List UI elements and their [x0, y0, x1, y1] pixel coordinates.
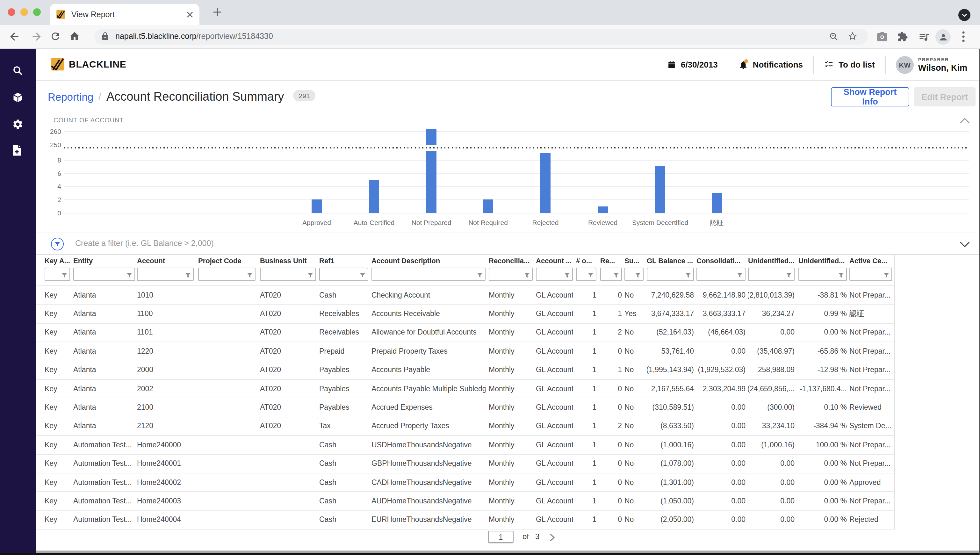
- table-row[interactable]: KeyAutomation Test...Home240004CashEURHo…: [36, 510, 894, 530]
- table-row[interactable]: KeyAtlanta2100AT020PayablesAccrued Expen…: [36, 398, 894, 417]
- table-row[interactable]: KeyAtlanta1010AT020CashChecking AccountM…: [36, 286, 894, 305]
- browser-menu-dots-icon[interactable]: [962, 31, 965, 42]
- column-header-5: Business Unit: [260, 257, 307, 265]
- browser-tab[interactable]: View Report: [50, 4, 199, 25]
- sidebar-search-icon[interactable]: [12, 65, 24, 77]
- cell: (1,000.16): [647, 435, 694, 454]
- y-axis-tick: 6: [36, 169, 61, 177]
- blackline-logo[interactable]: BLACKLINE: [51, 57, 127, 71]
- cell: 0: [600, 510, 622, 529]
- bookmark-star-icon[interactable]: [847, 31, 858, 42]
- column-filter-input[interactable]: [647, 268, 694, 281]
- horizontal-scrollbar[interactable]: [36, 550, 980, 553]
- column-filter-input[interactable]: [45, 268, 70, 281]
- column-filter-input[interactable]: [73, 268, 135, 281]
- cell: 36,234.27: [748, 304, 795, 323]
- table-row[interactable]: KeyAutomation Test...Home240003CashAUDHo…: [36, 492, 894, 511]
- table-row[interactable]: KeyAtlanta2120AT020TaxAccrued Property T…: [36, 417, 894, 436]
- next-page-chevron-icon[interactable]: [549, 533, 555, 542]
- todo-list-button[interactable]: To do list: [824, 60, 875, 69]
- column-filter-input[interactable]: [319, 268, 368, 281]
- column-filter-input[interactable]: [536, 268, 573, 281]
- sidebar-settings-gear-icon[interactable]: [12, 119, 24, 130]
- cell: Automation Test...: [73, 435, 135, 454]
- column-filter-input[interactable]: [137, 268, 194, 281]
- extensions-puzzle-icon[interactable]: [897, 31, 908, 42]
- column-filter-input[interactable]: [372, 268, 486, 281]
- cell: Receivables: [319, 323, 368, 342]
- tab-close-icon[interactable]: [187, 11, 193, 18]
- cell: No: [624, 454, 643, 473]
- table-row[interactable]: KeyAutomation Test...Home240000CashUSDHo…: [36, 435, 894, 455]
- table-row[interactable]: KeyAtlanta1101AT020ReceivablesAllowance …: [36, 323, 894, 343]
- user-menu[interactable]: KW PREPARER Wilson, Kim: [896, 56, 967, 74]
- column-filter-input[interactable]: [260, 268, 316, 281]
- traffic-light-zoom[interactable]: [33, 8, 41, 16]
- cell: Monthly: [489, 454, 533, 473]
- cell: Key: [45, 417, 70, 436]
- notifications-button[interactable]: Notifications: [739, 59, 803, 70]
- cell: Atlanta: [73, 342, 135, 360]
- show-report-info-button[interactable]: Show Report Info: [831, 87, 909, 106]
- cell: 0: [600, 342, 622, 360]
- column-filter-input[interactable]: [748, 268, 795, 281]
- playlist-icon[interactable]: [918, 31, 930, 43]
- cell: 0.00: [748, 323, 795, 342]
- column-filter-input[interactable]: [624, 268, 643, 281]
- page-number-input[interactable]: [488, 531, 513, 543]
- table-row[interactable]: KeyAtlanta1220AT020PrepaidPrepaid Proper…: [36, 342, 894, 361]
- home-icon[interactable]: [69, 30, 80, 42]
- tab-title: View Report: [71, 10, 187, 19]
- cell: Key: [45, 398, 70, 417]
- back-icon[interactable]: [8, 30, 20, 43]
- cell: Atlanta: [73, 379, 135, 398]
- sidebar-new-report-icon[interactable]: [12, 144, 22, 156]
- cell: GBPHomeThousandsNegative: [372, 454, 486, 473]
- column-header-7: Account Description: [372, 257, 440, 265]
- column-filter-input[interactable]: [696, 268, 746, 281]
- cell: 0.00 %: [799, 323, 847, 342]
- filter-funnel-circle-icon[interactable]: [51, 238, 64, 250]
- table-row[interactable]: KeyAtlanta2000AT020PayablesAccounts Paya…: [36, 360, 894, 380]
- period-date-picker[interactable]: 6/30/2013: [667, 60, 718, 69]
- address-bar[interactable]: napali.t5.blackline.corp/reportview/1518…: [94, 29, 868, 45]
- cell: Atlanta: [73, 417, 135, 436]
- column-filter-input[interactable]: [576, 268, 597, 281]
- table-row[interactable]: KeyAtlanta2002AT020PayablesAccounts Paya…: [36, 379, 894, 399]
- header-divider: [885, 56, 886, 74]
- table-row[interactable]: KeyAtlanta1100AT020ReceivablesAccounts R…: [36, 304, 894, 324]
- cell: Monthly: [489, 435, 533, 454]
- reload-icon[interactable]: [50, 30, 61, 42]
- column-filter-input[interactable]: [799, 268, 847, 281]
- todo-label: To do list: [839, 60, 875, 69]
- chart-bar-Rejected: [541, 153, 550, 213]
- bell-icon: [739, 59, 748, 70]
- table-row[interactable]: KeyAutomation Test...Home240002CashCADHo…: [36, 473, 894, 492]
- lock-icon: [101, 32, 110, 41]
- forward-icon[interactable]: [30, 30, 43, 43]
- table-row[interactable]: KeyAutomation Test...Home240001CashGBPHo…: [36, 454, 894, 473]
- traffic-light-minimize[interactable]: [20, 8, 28, 16]
- traffic-light-close[interactable]: [8, 8, 15, 16]
- edit-report-button[interactable]: Edit Report: [914, 87, 975, 106]
- browser-profile-avatar[interactable]: [935, 29, 951, 45]
- column-filter-input[interactable]: [849, 268, 892, 281]
- cell: 0: [600, 379, 622, 398]
- new-tab-button[interactable]: [213, 8, 222, 16]
- column-filter-input[interactable]: [600, 268, 622, 281]
- column-filter-input[interactable]: [489, 268, 533, 281]
- camera-icon[interactable]: [876, 30, 888, 43]
- cell: 1: [576, 360, 597, 379]
- checklist-icon: [824, 60, 834, 69]
- column-header-10: # o...: [576, 257, 592, 265]
- filter-bar[interactable]: Create a filter (i.e. GL Balance > 2,000…: [36, 233, 980, 255]
- cell: 0: [600, 286, 622, 304]
- cell: 2: [600, 417, 622, 436]
- expand-filter-chevron-icon[interactable]: [960, 242, 970, 247]
- column-filter-input[interactable]: [198, 268, 255, 281]
- zoom-out-icon[interactable]: [829, 32, 839, 42]
- breadcrumb-reporting-link[interactable]: Reporting: [48, 91, 93, 103]
- cell: 0.00 %: [799, 473, 847, 492]
- tab-search-icon[interactable]: [958, 9, 970, 21]
- sidebar-products-cube-icon[interactable]: [12, 92, 24, 103]
